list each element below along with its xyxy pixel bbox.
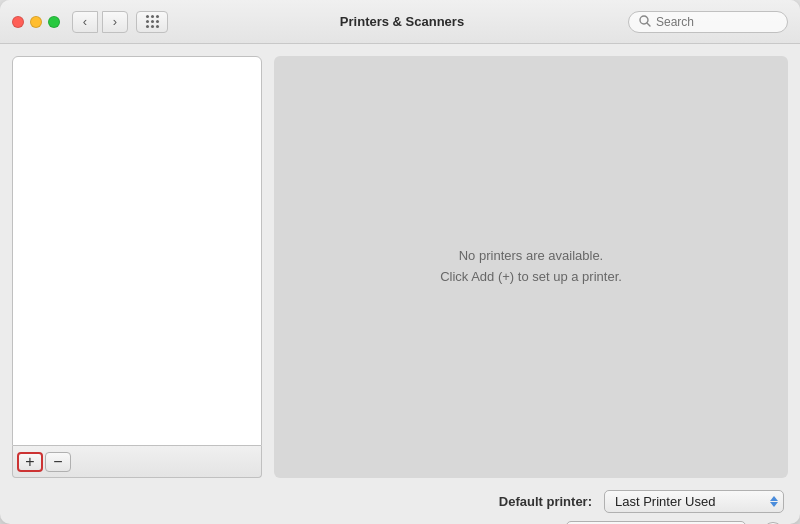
- printer-list: [12, 56, 262, 446]
- back-icon: ‹: [83, 14, 87, 29]
- no-printers-line2: Click Add (+) to set up a printer.: [440, 267, 622, 288]
- list-toolbar: + −: [12, 446, 262, 478]
- nav-buttons: ‹ ›: [72, 11, 128, 33]
- add-icon: +: [25, 453, 34, 471]
- default-printer-select-wrapper: Last Printer Used: [604, 490, 784, 513]
- traffic-lights: [12, 16, 60, 28]
- titlebar: ‹ › Printers & Scanners: [0, 0, 800, 44]
- maximize-button[interactable]: [48, 16, 60, 28]
- window-title: Printers & Scanners: [176, 14, 628, 29]
- svg-line-1: [647, 23, 650, 26]
- search-box: [628, 11, 788, 33]
- main-content: + − No printers are available. Click Add…: [0, 44, 800, 478]
- footer: Default printer: Last Printer Used Defau…: [0, 478, 800, 524]
- minimize-button[interactable]: [30, 16, 42, 28]
- right-panel: No printers are available. Click Add (+)…: [274, 56, 788, 478]
- forward-icon: ›: [113, 14, 117, 29]
- close-button[interactable]: [12, 16, 24, 28]
- add-printer-button[interactable]: +: [17, 452, 43, 472]
- no-printers-line1: No printers are available.: [440, 246, 622, 267]
- default-printer-select[interactable]: Last Printer Used: [604, 490, 784, 513]
- main-window: ‹ › Printers & Scanners: [0, 0, 800, 524]
- default-printer-label: Default printer:: [462, 494, 592, 509]
- back-button[interactable]: ‹: [72, 11, 98, 33]
- search-input[interactable]: [656, 15, 777, 29]
- search-icon: [639, 15, 651, 29]
- default-printer-row: Default printer: Last Printer Used: [16, 490, 784, 513]
- forward-button[interactable]: ›: [102, 11, 128, 33]
- no-printers-message: No printers are available. Click Add (+)…: [440, 246, 622, 288]
- remove-icon: −: [53, 453, 62, 471]
- grid-view-button[interactable]: [136, 11, 168, 33]
- left-panel: + −: [12, 56, 262, 478]
- grid-icon: [146, 15, 159, 28]
- remove-printer-button[interactable]: −: [45, 452, 71, 472]
